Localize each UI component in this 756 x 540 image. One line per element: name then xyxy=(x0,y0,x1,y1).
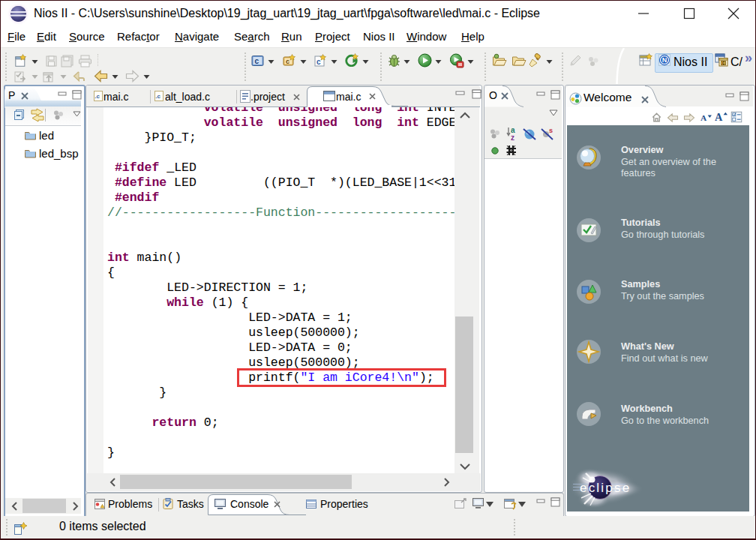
svg-text:N: N xyxy=(662,56,667,64)
svg-text:c: c xyxy=(316,58,321,66)
svg-text:c: c xyxy=(255,57,260,65)
svg-text:A: A xyxy=(700,113,707,122)
svg-text:s: s xyxy=(549,127,553,134)
svg-text:c: c xyxy=(722,60,725,65)
svg-text:c: c xyxy=(286,58,290,65)
svg-text:eclipse: eclipse xyxy=(580,481,631,495)
svg-text:.c: .c xyxy=(94,93,100,100)
svg-text:.c: .c xyxy=(155,93,160,100)
svg-text:A: A xyxy=(715,111,723,123)
svg-text:z: z xyxy=(511,134,514,141)
